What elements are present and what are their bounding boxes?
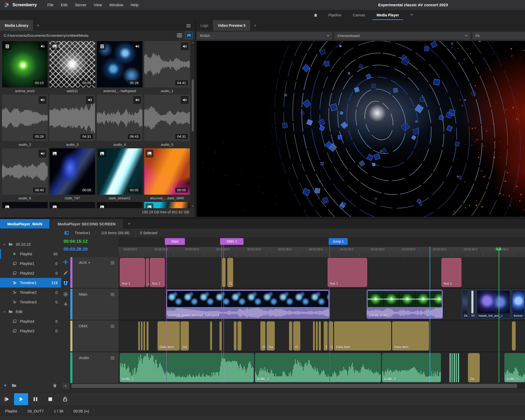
menu-view[interactable]: View <box>94 3 102 7</box>
home-tab[interactable] <box>309 10 323 20</box>
clip-item[interactable] <box>222 258 226 287</box>
clip-audio-1[interactable]: audio_1 <box>120 353 254 382</box>
clip-data-item[interactable]: Data Item <box>392 321 429 351</box>
stop-button[interactable] <box>45 394 55 404</box>
menu-edit[interactable]: Edit <box>61 3 68 7</box>
clip-audio-4[interactable]: audio_4 <box>382 353 441 382</box>
add-track-button[interactable] <box>63 301 68 307</box>
tab-mediaplayer-main[interactable]: MediaPlayer_MAIN <box>0 219 49 228</box>
media-item[interactable]: 00:15actinia_test1 <box>2 41 48 95</box>
clip-item[interactable] <box>454 353 455 382</box>
marker-row[interactable]: StartDMX 1Jump 1 <box>118 237 525 247</box>
channel-select[interactable]: RGBA <box>197 32 333 40</box>
marker-jump-1[interactable]: Jump 1 <box>329 238 348 245</box>
clip-item[interactable] <box>319 321 321 351</box>
snap-magnet-icon[interactable] <box>63 281 68 286</box>
tree-item-timeline2[interactable]: Timeline20 <box>0 288 61 297</box>
fit-select[interactable]: Fit <box>472 32 525 40</box>
clip-aux-1[interactable]: Aux 1 <box>120 258 145 287</box>
pause-button[interactable] <box>30 394 41 404</box>
tree-item-playlist4[interactable]: Playlist40 <box>0 316 61 326</box>
menu-window[interactable]: Window <box>109 3 123 7</box>
add-main-tab-button[interactable]: + <box>405 10 419 20</box>
clip-82[interactable]: 82 <box>469 290 476 319</box>
media-item[interactable]: 05:28audio_2 <box>2 95 48 148</box>
media-item[interactable] <box>49 202 95 209</box>
clip-item[interactable] <box>138 321 140 351</box>
track-menu-icon[interactable] <box>110 355 115 360</box>
clip-d[interactable]: D <box>329 321 333 351</box>
marker-start[interactable]: Start <box>165 238 185 245</box>
settings-gear-icon[interactable] <box>63 291 68 297</box>
clip-item[interactable] <box>449 353 451 382</box>
tab-media-player[interactable]: Media Player <box>371 10 405 20</box>
trash-icon[interactable] <box>52 382 58 389</box>
media-item[interactable]: 00:05add111 <box>49 41 95 95</box>
clip-item[interactable] <box>210 321 212 351</box>
pencil-tool-icon[interactable] <box>63 270 68 276</box>
clip-audio-3[interactable]: audio_3 <box>255 353 381 382</box>
clip-item[interactable] <box>141 321 142 351</box>
media-item[interactable]: 00:05discreet_...dark_1600 <box>144 148 190 202</box>
background-select[interactable]: Checkerboard <box>334 32 471 40</box>
menu-help[interactable]: Help <box>130 3 139 7</box>
track-menu-icon[interactable] <box>110 292 115 297</box>
clip-item[interactable] <box>238 321 241 351</box>
time-ruler[interactable]: 00:00:00:000:00:20:000:00:40:000:01:00:0… <box>118 247 525 257</box>
add-player-tab-button[interactable]: + <box>124 219 135 228</box>
media-item[interactable]: 05:28asteroid_...halfspeed <box>97 41 142 95</box>
hscroll-track[interactable] <box>70 383 525 389</box>
track-header-main[interactable]: Main <box>70 289 118 320</box>
clip-item[interactable] <box>512 321 516 351</box>
tab-logs[interactable]: Logs <box>196 20 213 31</box>
expander-icon[interactable] <box>3 310 6 314</box>
clip-item[interactable] <box>234 321 236 351</box>
add-preview-tab-button[interactable]: + <box>250 20 260 31</box>
track-menu-icon[interactable] <box>110 260 115 265</box>
clip-koncer[interactable]: koncer <box>512 290 525 319</box>
tree-item-edit[interactable]: Edit <box>0 307 61 316</box>
clip-d[interactable]: D <box>227 258 233 287</box>
clip-aux-1[interactable]: Aux 1 <box>441 258 461 287</box>
clip-item[interactable] <box>143 321 145 351</box>
tree-item-playlist3[interactable]: Playlist30 <box>0 326 61 336</box>
tree-item-timeline1[interactable]: Timeline1119 <box>0 278 61 288</box>
clip-d[interactable]: D <box>293 321 300 351</box>
tab-canvas[interactable]: Canvas <box>347 10 371 20</box>
clip-data-item[interactable]: Data Item <box>158 321 180 351</box>
clip-da[interactable]: Da <box>180 321 189 351</box>
track-header-aux[interactable]: AUX + <box>70 257 118 288</box>
tab-pipeline[interactable]: Pipeline <box>323 10 347 20</box>
media-item[interactable]: 06:43audio_4 <box>97 95 142 148</box>
scroll-left-icon[interactable] <box>62 383 69 389</box>
library-scrollbar-thumb[interactable] <box>192 79 194 131</box>
clip-aux-1[interactable]: Aux 1 <box>150 258 165 287</box>
play-from-start-button[interactable] <box>2 394 12 404</box>
new-folder-icon[interactable] <box>11 382 17 389</box>
clip-audio-5[interactable]: audio_5 <box>504 353 525 382</box>
media-item[interactable]: 04:42audio_1 <box>144 41 190 95</box>
menu-file[interactable]: File <box>47 3 53 7</box>
play-button[interactable] <box>14 393 28 405</box>
media-item[interactable]: 00:05dark_stream2 <box>97 148 142 202</box>
tree-item-playlist[interactable]: Playlist36 <box>0 249 61 259</box>
clip-item[interactable] <box>147 321 148 351</box>
clip-item[interactable] <box>456 353 457 382</box>
tab-video-preview-5[interactable]: Video Preview 5 <box>213 20 250 31</box>
clip-aux-1[interactable]: Aux 1 <box>328 258 367 287</box>
clip-item[interactable] <box>220 321 221 351</box>
clip-da[interactable]: Da <box>267 321 275 351</box>
clip-asteroid-game-concept-halfspeed[interactable]: asteroid_game_concept_halfspeed <box>166 290 329 319</box>
media-item[interactable] <box>2 202 48 209</box>
media-item[interactable] <box>144 202 190 209</box>
clip-actinia-test1[interactable]: actinia_test1 <box>367 290 443 319</box>
clip-item[interactable] <box>289 321 292 351</box>
tree-item-20.10.22[interactable]: 20.10.22 <box>0 239 61 249</box>
clip-2d[interactable]: 2d <box>462 290 468 319</box>
media-item[interactable]: 04:31audio_5 <box>144 95 190 148</box>
scroll-down-icon[interactable] <box>191 203 195 208</box>
clip-d[interactable]: D <box>324 321 328 351</box>
media-item[interactable] <box>97 202 142 209</box>
clip-data-item[interactable]: Data Item <box>334 321 391 351</box>
grid-view-icon[interactable] <box>185 32 192 39</box>
